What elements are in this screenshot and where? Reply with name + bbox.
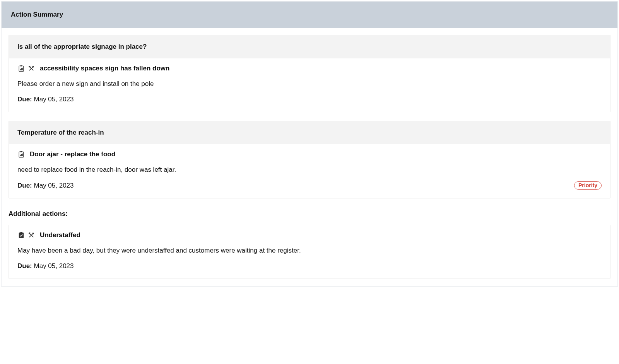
svg-rect-12 bbox=[22, 154, 23, 156]
item-title: Understaffed bbox=[40, 231, 80, 239]
item-icons bbox=[17, 150, 25, 158]
svg-rect-9 bbox=[21, 151, 22, 152]
due-label: Due: bbox=[17, 96, 32, 103]
section-header-bar: Action Summary bbox=[2, 2, 617, 28]
svg-rect-2 bbox=[20, 69, 21, 70]
due-value: May 05, 2023 bbox=[34, 262, 74, 270]
due-row: Due: May 05, 2023 bbox=[17, 262, 602, 270]
due-row: Due: May 05, 2023 Priority bbox=[17, 181, 602, 190]
due-value: May 05, 2023 bbox=[34, 96, 74, 103]
action-section: Is all of the appropriate signage in pla… bbox=[9, 35, 610, 112]
item-title-row: Door ajar - replace the food bbox=[17, 150, 602, 158]
section-body: accessibility spaces sign has fallen dow… bbox=[9, 58, 610, 112]
due-label: Due: bbox=[17, 262, 32, 270]
tools-icon bbox=[27, 65, 35, 72]
svg-rect-4 bbox=[22, 68, 23, 70]
due-label: Due: bbox=[17, 182, 32, 189]
svg-rect-13 bbox=[19, 232, 24, 238]
section-body: Understaffed May have been a bad day, bu… bbox=[9, 225, 610, 279]
priority-badge: Priority bbox=[574, 181, 602, 190]
item-title-row: Understaffed bbox=[17, 231, 602, 239]
action-section: Temperature of the reach-in bbox=[9, 121, 610, 198]
item-icons bbox=[17, 231, 35, 239]
action-summary-panel: Action Summary Is all of the appropriate… bbox=[1, 1, 618, 287]
clipboard-chart-icon bbox=[17, 65, 25, 72]
tools-icon bbox=[27, 231, 35, 239]
item-icons bbox=[17, 65, 35, 72]
section-body: Door ajar - replace the food need to rep… bbox=[9, 144, 610, 198]
svg-rect-1 bbox=[21, 65, 22, 67]
action-section: Understaffed May have been a bad day, bu… bbox=[9, 225, 610, 279]
svg-rect-3 bbox=[21, 68, 22, 70]
item-description: May have been a bad day, but they were u… bbox=[17, 247, 602, 255]
item-description: need to replace food in the reach-in, do… bbox=[17, 166, 602, 174]
svg-rect-11 bbox=[21, 154, 22, 156]
clipboard-check-filled-icon bbox=[17, 231, 25, 239]
section-question: Temperature of the reach-in bbox=[9, 121, 610, 144]
section-question: Is all of the appropriate signage in pla… bbox=[9, 35, 610, 58]
due-row: Due: May 05, 2023 bbox=[17, 96, 602, 103]
due-value: May 05, 2023 bbox=[34, 182, 74, 189]
page-title: Action Summary bbox=[11, 11, 608, 19]
clipboard-chart-icon bbox=[17, 150, 25, 158]
item-title-row: accessibility spaces sign has fallen dow… bbox=[17, 65, 602, 72]
item-title: Door ajar - replace the food bbox=[30, 150, 115, 158]
content-area: Is all of the appropriate signage in pla… bbox=[2, 28, 617, 286]
additional-actions-heading: Additional actions: bbox=[9, 210, 610, 218]
svg-point-15 bbox=[21, 232, 22, 233]
item-title: accessibility spaces sign has fallen dow… bbox=[40, 65, 169, 72]
item-description: Please order a new sign and install on t… bbox=[17, 80, 602, 88]
svg-rect-10 bbox=[20, 155, 21, 156]
